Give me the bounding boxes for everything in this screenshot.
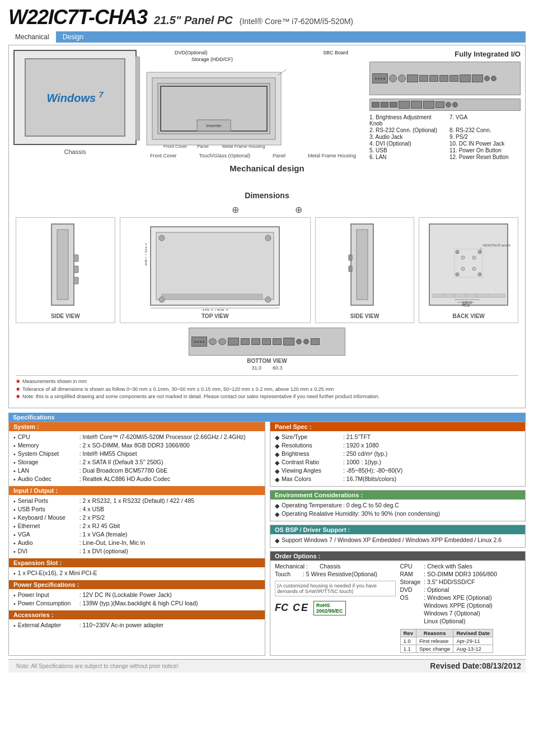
svg-point-31 xyxy=(456,250,459,254)
front-cover-label: Front Cover xyxy=(150,153,177,158)
spec-audio: • Audio Codec : Realtek ALC886 HD Audio … xyxy=(13,475,260,483)
accessories-content: • External Adapter : 110~230V Ac-in powe… xyxy=(9,619,265,632)
svg-point-37 xyxy=(461,267,465,270)
tab-mechanical[interactable]: Mechanical xyxy=(8,31,56,43)
sbc-label: SBC Board xyxy=(323,50,348,55)
io-label-10: 10. DC IN Power Jack xyxy=(449,141,521,147)
io-label-7: 7. VGA xyxy=(449,114,521,127)
integrated-io-label: Fully Integrated I/O xyxy=(455,50,521,58)
rev-1-0: 1.0 xyxy=(400,637,416,645)
svg-text:Front Cover: Front Cover xyxy=(163,144,188,149)
revision-header-row: Rev Reasons Revised Date xyxy=(400,629,493,637)
svg-rect-11 xyxy=(57,230,68,300)
footnote-area: ★ Measurements shown in mm ★ Tolerance o… xyxy=(16,375,518,401)
panel-pc-inner: Windows 7 xyxy=(25,58,125,137)
order-touch: Touch : 5 Wires Resistive(Optional) xyxy=(275,571,396,577)
ruler-left: ⊕ xyxy=(232,204,239,215)
order-right: CPU : Check with Sales RAM : SO-DIMM DDR… xyxy=(400,563,521,653)
io-label-6: 6. LAN xyxy=(369,154,441,160)
rev-1-2: Apr-29-11 xyxy=(453,637,493,645)
footnote-1: ★ Measurements shown in mm xyxy=(16,378,518,386)
spec-humidity: ◆ Operating Realative Humidity : 30% to … xyxy=(275,510,521,517)
header: W22IC7T-CHA3 21.5" Panel PC (Intel® Core… xyxy=(8,6,526,29)
fcc-logo: FC xyxy=(275,602,288,614)
order-options-box: Order Options : Mechanical : Chassis Tou… xyxy=(270,551,526,656)
svg-point-21 xyxy=(265,297,271,302)
spec-colors: ◆ Max Colors : 16.7M(8bits/colors) xyxy=(275,475,521,483)
order-content: Mechanical : Chassis Touch : 5 Wires Res… xyxy=(270,561,525,655)
io-panel-row2 xyxy=(369,99,521,111)
tab-design[interactable]: Design xyxy=(56,31,90,43)
panel-spec-box: Panel Spec : ◆ Size/Type : 21.5"TFT ◆ Re… xyxy=(270,422,526,487)
spec-adapter: • External Adapter : 110~230V Ac-in powe… xyxy=(13,622,260,629)
order-cpu-val: : Check with Sales xyxy=(424,563,521,570)
metal-frame-label: Metal Frame Housing xyxy=(308,153,356,158)
exploded-diagram: DVD(Optional) Storage (HDD/CF) SBC Board xyxy=(141,50,365,158)
back-view-svg: VESA75x75 and 100x100 100.0 75.0 xyxy=(427,221,510,311)
ruler-right: ⊕ xyxy=(295,204,302,215)
rev-2-1: Spec change xyxy=(416,645,453,652)
specs-header: Specifications xyxy=(8,413,526,422)
svg-text:479.2 / 506.2: 479.2 / 506.2 xyxy=(202,308,228,311)
revision-row-1: 1.0 First release Apr-29-11 xyxy=(400,637,493,645)
footnote-2: ★ Tolerance of all dimensions is shown a… xyxy=(16,386,518,394)
io-label-2: 2. RS-232 Conn. (Optional) xyxy=(369,127,441,133)
svg-point-19 xyxy=(265,235,271,241)
back-view-label: BACK VIEW xyxy=(453,313,485,319)
environment-box: Environment Considerations : ◆ Operating… xyxy=(270,490,526,521)
svg-rect-14 xyxy=(74,277,78,284)
env-content: ◆ Operating Temperature : 0 deg.C to 50 … xyxy=(270,500,525,521)
ce-logo: CE xyxy=(293,602,309,614)
side-view-left-label: SIDE VIEW xyxy=(51,313,80,319)
revision-area: Rev Reasons Revised Date 1.0 xyxy=(400,629,521,653)
bottom-dim1: 31.0 xyxy=(251,365,261,371)
bottom-dim2: 60.3 xyxy=(273,365,283,371)
footer-note: Note: All Specifications are subject to … xyxy=(13,661,182,671)
svg-text:308.7 / 322.5: 308.7 / 322.5 xyxy=(145,243,147,266)
panel-spec-header: Panel Spec : xyxy=(270,422,525,431)
ruler-row: ⊕ ⊕ xyxy=(16,204,518,215)
order-left: Mechanical : Chassis Touch : 5 Wires Res… xyxy=(275,563,396,653)
os-content: ◆ Support Windows 7 / Windows XP Embedde… xyxy=(270,534,525,547)
svg-rect-26 xyxy=(357,230,368,300)
tab-bar: Mechanical Design xyxy=(8,31,526,43)
footer-revised: Revised Date:08/13/2012 xyxy=(430,661,521,670)
order-os-key3 xyxy=(400,610,421,617)
spec-dvi: • DVI : 1 x DVI (optional) xyxy=(13,548,260,555)
svg-text:VESA75x75 and 100x100: VESA75x75 and 100x100 xyxy=(483,244,510,247)
order-cpu-key: CPU xyxy=(400,563,421,570)
spec-audio-io: • Audio : Line-Out, Line-In, Mic in xyxy=(13,539,260,547)
svg-text:Panel: Panel xyxy=(197,144,209,149)
order-right-grid: CPU : Check with Sales RAM : SO-DIMM DDR… xyxy=(400,563,521,624)
rev-1-1: First release xyxy=(416,637,453,645)
spec-chipset: • System Chipset : Intel® HM55 Chipset xyxy=(13,450,260,458)
revision-row-2: 1.1 Spec change Aug-13-12 xyxy=(400,645,493,652)
io-label-11: 11. Power On Button xyxy=(449,147,521,153)
spec-power-consumption: • Power Consumption : 139W (typ.)(Max.ba… xyxy=(13,600,260,607)
specs-left-col: System : • CPU : Intel® Core™ i7-620M/i5… xyxy=(8,422,265,656)
order-note: (A customized housing is needed if you h… xyxy=(275,581,396,596)
specs-right-col: Panel Spec : ◆ Size/Type : 21.5"TFT ◆ Re… xyxy=(270,422,526,656)
order-storage-key: Storage xyxy=(400,578,421,585)
system-header: System : xyxy=(9,422,265,431)
diagram-labels: Front Cover Touch/Glass (Optional) Panel… xyxy=(141,153,365,158)
windows-logo: Windows 7 xyxy=(47,92,104,104)
spec-brightness: ◆ Brightness : 250 cd/m² (typ.) xyxy=(275,450,521,458)
mechanical-diagram: Windows 7 Chassis DVD(Optional) Storage … xyxy=(13,50,521,160)
svg-point-18 xyxy=(159,235,165,241)
dimensions-section: Dimensions ⊕ ⊕ xyxy=(13,189,521,403)
io-label-5: 5. USB xyxy=(369,147,441,153)
io-label-9: 9. PS/2 xyxy=(449,134,521,140)
specs-columns: System : • CPU : Intel® Core™ i7-620M/i5… xyxy=(8,422,526,656)
footnote-3: ★ Note: this is a simplified drawing and… xyxy=(16,393,518,401)
io-label-1: 1. Brightness Adjustment Knob xyxy=(369,114,441,127)
io-label-3: 3. Audio Jack xyxy=(369,134,441,140)
spec-expansion: • 1 x PCI-E(x16), 2 x Mini PCI-E xyxy=(13,570,260,577)
panel-label: Panel xyxy=(273,153,285,158)
io-label-8: 8. RS-232 Conn. xyxy=(449,127,521,133)
reason-col-header: Reasons xyxy=(416,629,453,637)
rev-col-header: Rev xyxy=(400,629,416,637)
spec-vga: • VGA : 1 x VGA (female) xyxy=(13,531,260,538)
revision-table: Rev Reasons Revised Date 1.0 xyxy=(400,629,494,653)
bottom-dim-labels: 31.0 60.3 xyxy=(251,365,282,371)
